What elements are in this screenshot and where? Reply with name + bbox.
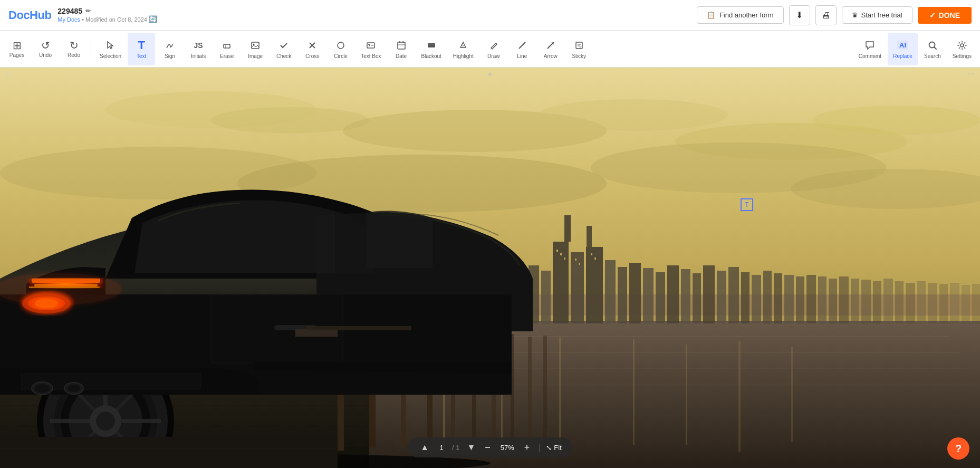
line-icon xyxy=(517,39,527,52)
svg-rect-164 xyxy=(0,458,338,459)
search-label: Search xyxy=(924,54,941,59)
svg-rect-106 xyxy=(829,279,837,323)
toolbar-tool-textbox[interactable]: Text Box xyxy=(356,33,386,65)
toolbar-tool-replace[interactable]: AIReplace xyxy=(888,33,918,65)
highlight-label: Highlight xyxy=(453,54,474,59)
svg-rect-135 xyxy=(594,257,596,260)
svg-rect-107 xyxy=(839,276,849,323)
toolbar-tool-date[interactable]: Date xyxy=(388,33,415,65)
download-button[interactable]: ⬇ xyxy=(789,5,810,25)
toolbar-tool-initials[interactable]: JSInitials xyxy=(185,33,212,65)
doc-title-text: 229485 xyxy=(57,7,82,15)
download-icon: ⬇ xyxy=(796,10,803,20)
toolbar-tool-pages[interactable]: ⊞Pages xyxy=(3,33,31,65)
image-icon xyxy=(251,39,260,52)
image-label: Image xyxy=(248,54,263,59)
svg-rect-129 xyxy=(556,250,558,252)
zoom-out-button[interactable]: − xyxy=(483,443,493,452)
svg-point-160 xyxy=(68,385,80,392)
toolbar-tool-undo[interactable]: ↺Undo xyxy=(32,33,59,65)
toolbar-tool-erase[interactable]: Erase xyxy=(213,33,241,65)
replace-label: Replace xyxy=(893,54,912,59)
toolbar-tool-cross[interactable]: Cross xyxy=(299,33,326,65)
svg-rect-105 xyxy=(818,276,827,323)
toolbar-tool-circle[interactable]: Circle xyxy=(327,33,354,65)
zoom-in-button[interactable]: + xyxy=(522,443,532,452)
comment-icon xyxy=(864,39,875,52)
doc-modified-text: • Modified on Oct 8, 2024 xyxy=(82,16,149,23)
find-another-form-button[interactable]: 📋 Find another form xyxy=(697,6,784,24)
print-icon: 🖨 xyxy=(822,11,830,20)
toolbar-tool-draw[interactable]: Draw xyxy=(480,33,507,65)
svg-rect-51 xyxy=(686,345,687,445)
highlight-icon xyxy=(458,39,468,52)
toolbar-tool-selection[interactable]: Selection xyxy=(94,33,127,65)
blackout-icon xyxy=(427,39,436,52)
replace-icon: AI xyxy=(897,39,908,52)
svg-rect-52 xyxy=(738,341,741,452)
toolbar-tool-comment[interactable]: Comment xyxy=(853,33,887,65)
toolbar-tool-settings[interactable]: Settings xyxy=(947,33,977,65)
my-docs-link[interactable]: My Docs xyxy=(57,16,80,23)
initials-icon: JS xyxy=(194,39,203,52)
toolbar-tool-redo[interactable]: ↻Redo xyxy=(60,33,88,65)
print-button[interactable]: 🖨 xyxy=(815,5,837,25)
start-trial-button[interactable]: ♛ Start free trial xyxy=(842,6,912,24)
toolbar-tool-arrow[interactable]: Arrow xyxy=(537,33,564,65)
svg-rect-113 xyxy=(906,283,915,323)
textbox-label: Text Box xyxy=(361,54,381,59)
svg-rect-20 xyxy=(576,42,582,49)
draw-icon xyxy=(489,39,498,52)
svg-rect-89 xyxy=(629,263,641,323)
svg-rect-116 xyxy=(939,284,948,323)
svg-rect-103 xyxy=(796,276,804,323)
svg-rect-108 xyxy=(851,279,859,323)
svg-rect-162 xyxy=(0,437,338,468)
svg-rect-0 xyxy=(224,44,230,48)
done-button[interactable]: ✓ DONE xyxy=(918,7,972,24)
toolbar-tool-sign[interactable]: Sign xyxy=(156,33,184,65)
svg-rect-83 xyxy=(571,252,584,323)
circle-icon xyxy=(336,39,345,52)
toolbar-tool-image[interactable]: Image xyxy=(242,33,269,65)
svg-point-25 xyxy=(960,44,964,47)
svg-rect-72 xyxy=(543,336,547,446)
page-next-button[interactable]: ▼ xyxy=(465,442,477,453)
settings-label: Settings xyxy=(953,54,972,59)
zoom-fit-button[interactable]: ⤡ Fit xyxy=(539,444,561,452)
sticky-icon xyxy=(574,39,584,52)
doc-info: 229485 ✏ My Docs • Modified on Oct 8, 20… xyxy=(57,7,157,23)
toolbar-tool-blackout[interactable]: Blackout xyxy=(416,33,447,65)
toolbar-tool-text[interactable]: TText xyxy=(128,33,155,65)
svg-rect-11 xyxy=(398,42,405,49)
svg-rect-88 xyxy=(618,267,627,323)
help-button[interactable]: ? xyxy=(947,437,969,460)
undo-icon: ↺ xyxy=(41,40,50,51)
svg-rect-94 xyxy=(693,273,701,323)
svg-rect-71 xyxy=(528,337,532,445)
page-prev-button[interactable]: ▲ xyxy=(418,442,431,453)
toolbar: ⊞Pages↺Undo↻RedoSelectionTTextSignJSInit… xyxy=(0,31,980,68)
edit-title-icon[interactable]: ✏ xyxy=(85,7,91,15)
page-number-input[interactable] xyxy=(436,444,447,452)
draw-label: Draw xyxy=(487,54,499,59)
text-label: Text xyxy=(137,54,146,59)
toolbar-tool-sticky[interactable]: Sticky xyxy=(565,33,593,65)
toolbar-tool-highlight[interactable]: Highlight xyxy=(448,33,479,65)
doc-title-row: 229485 ✏ xyxy=(57,7,157,15)
date-icon xyxy=(397,39,406,52)
svg-rect-102 xyxy=(784,275,794,323)
toolbar-tool-check[interactable]: Check xyxy=(270,33,297,65)
sticky-label: Sticky xyxy=(572,54,586,59)
sync-icon[interactable]: 🔄 xyxy=(149,15,157,23)
svg-rect-2 xyxy=(252,42,259,49)
zoom-separator: / 1 xyxy=(452,444,459,452)
erase-icon xyxy=(222,39,232,52)
line-label: Line xyxy=(517,54,527,59)
toolbar-tool-line[interactable]: Line xyxy=(508,33,536,65)
page-add-button[interactable]: + xyxy=(487,69,493,80)
toolbar-tool-search[interactable]: Search xyxy=(919,33,946,65)
logo[interactable]: DocHub xyxy=(8,8,51,22)
page-more-button[interactable]: ··· xyxy=(968,69,975,79)
header: DocHub 229485 ✏ My Docs • Modified on Oc… xyxy=(0,0,980,31)
